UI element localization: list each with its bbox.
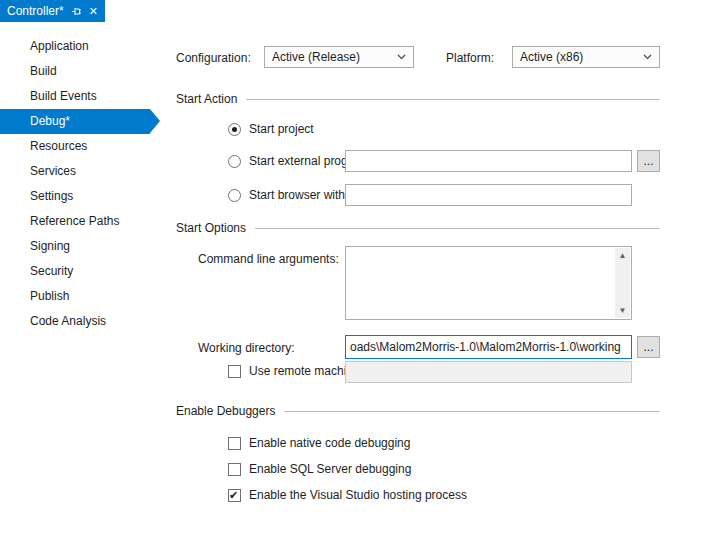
start-options-section-header: Start Options (176, 221, 660, 235)
tab-bar: Controller* ✕ (0, 0, 707, 22)
vertical-scrollbar[interactable]: ▲ ▼ (615, 248, 630, 318)
sidebar-item-label: Services (30, 164, 76, 178)
checkbox-icon[interactable] (228, 489, 241, 502)
sidebar-item-application[interactable]: Application (0, 34, 150, 59)
radio-icon[interactable] (228, 155, 241, 168)
start-project-label: Start project (249, 122, 314, 136)
working-directory-input[interactable] (345, 335, 632, 359)
enable-hosting-process-checkbox-row[interactable]: Enable the Visual Studio hosting process (228, 488, 467, 502)
platform-dropdown[interactable]: Active (x86) (512, 46, 660, 68)
enable-sql-debugging-label: Enable SQL Server debugging (249, 462, 411, 476)
checkbox-icon[interactable] (228, 463, 241, 476)
selection-arrow-icon (150, 109, 160, 133)
configuration-value: Active (Release) (272, 50, 360, 64)
section-divider (255, 228, 660, 229)
tab-controller[interactable]: Controller* ✕ (0, 0, 105, 22)
enable-hosting-process-label: Enable the Visual Studio hosting process (249, 488, 467, 502)
section-title: Start Action (176, 92, 237, 106)
scroll-down-icon[interactable]: ▼ (619, 303, 627, 318)
command-line-arguments-label: Command line arguments: (198, 252, 339, 266)
sidebar-item-label: Build Events (30, 89, 97, 103)
use-remote-machine-label: Use remote machine (249, 364, 360, 378)
sidebar-item-settings[interactable]: Settings (0, 184, 150, 209)
sidebar-item-label: Settings (30, 189, 73, 203)
start-project-radio-row[interactable]: Start project (228, 122, 314, 136)
chevron-down-icon (643, 54, 652, 60)
sidebar-item-security[interactable]: Security (0, 259, 150, 284)
enable-native-debugging-label: Enable native code debugging (249, 436, 410, 450)
close-icon[interactable]: ✕ (89, 6, 98, 17)
sidebar-item-label: Signing (30, 239, 70, 253)
working-directory-label: Working directory: (198, 341, 294, 355)
section-title: Enable Debuggers (176, 404, 275, 418)
sidebar-item-build-events[interactable]: Build Events (0, 84, 150, 109)
start-external-input[interactable] (345, 150, 632, 172)
sidebar-item-resources[interactable]: Resources (0, 134, 150, 159)
start-browser-input[interactable] (345, 184, 632, 206)
sidebar-item-reference-paths[interactable]: Reference Paths (0, 209, 150, 234)
start-action-section-header: Start Action (176, 92, 660, 106)
sidebar-item-services[interactable]: Services (0, 159, 150, 184)
sidebar-item-label: Code Analysis (30, 314, 106, 328)
checkbox-icon[interactable] (228, 437, 241, 450)
section-divider (246, 99, 660, 100)
sidebar-item-label: Security (30, 264, 73, 278)
browse-working-directory-button[interactable]: ... (637, 336, 660, 358)
chevron-down-icon (397, 54, 406, 60)
sidebar-item-label: Publish (30, 289, 69, 303)
sidebar: Application Build Build Events Debug* Re… (0, 34, 170, 334)
scroll-up-icon[interactable]: ▲ (619, 248, 627, 263)
sidebar-item-publish[interactable]: Publish (0, 284, 150, 309)
sidebar-item-debug[interactable]: Debug* (0, 109, 150, 134)
sidebar-item-label: Application (30, 39, 89, 53)
sidebar-item-label: Debug* (30, 114, 70, 128)
sidebar-item-label: Reference Paths (30, 214, 119, 228)
use-remote-machine-checkbox-row[interactable]: Use remote machine (228, 364, 360, 378)
section-title: Start Options (176, 221, 246, 235)
radio-icon[interactable] (228, 123, 241, 136)
configuration-label: Configuration: (176, 51, 251, 65)
enable-native-debugging-checkbox-row[interactable]: Enable native code debugging (228, 436, 410, 450)
enable-sql-debugging-checkbox-row[interactable]: Enable SQL Server debugging (228, 462, 411, 476)
configuration-dropdown[interactable]: Active (Release) (264, 46, 414, 68)
sidebar-item-code-analysis[interactable]: Code Analysis (0, 309, 150, 334)
command-line-arguments-input[interactable]: ▲ ▼ (345, 246, 632, 320)
tab-title: Controller* (7, 4, 64, 18)
checkbox-icon[interactable] (228, 365, 241, 378)
enable-debuggers-section-header: Enable Debuggers (176, 404, 660, 418)
radio-icon[interactable] (228, 189, 241, 202)
sidebar-item-label: Resources (30, 139, 87, 153)
section-divider (284, 411, 660, 412)
pin-icon[interactable] (71, 6, 82, 17)
platform-value: Active (x86) (520, 50, 583, 64)
sidebar-item-build[interactable]: Build (0, 59, 150, 84)
sidebar-item-label: Build (30, 64, 57, 78)
remote-machine-input (345, 361, 632, 383)
sidebar-item-signing[interactable]: Signing (0, 234, 150, 259)
platform-label: Platform: (446, 51, 494, 65)
browse-external-button[interactable]: ... (637, 150, 660, 172)
